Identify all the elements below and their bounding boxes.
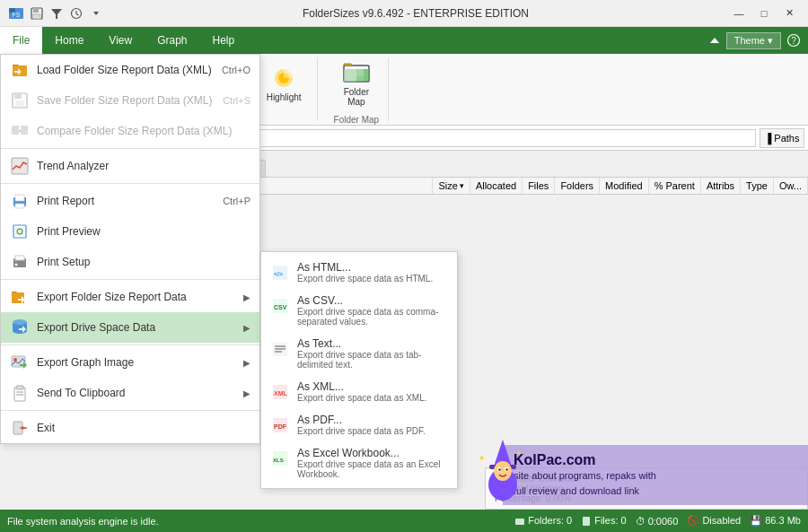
submenu-text[interactable]: As Text... Export drive space data as ta… (261, 332, 457, 375)
divider-4 (1, 344, 259, 345)
qa-save-icon[interactable] (29, 5, 45, 22)
clipboard-arrow: ▶ (243, 388, 250, 398)
print-preview-icon (10, 222, 30, 241)
menu-graph-tab[interactable]: Graph (145, 27, 199, 54)
load-icon (10, 60, 30, 80)
svg-marker-10 (93, 12, 99, 15)
exit-label: Exit (37, 422, 250, 434)
app-title: FolderSizes v9.6.492 - ENTERPRISE EDITIO… (104, 7, 727, 20)
compare-icon (10, 121, 30, 141)
svg-rect-40 (21, 126, 28, 135)
menu-print-report[interactable]: Print Report Ctrl+P (1, 186, 259, 216)
col-header-modified[interactable]: Modified (600, 178, 649, 194)
folder-status-icon (514, 516, 525, 527)
minimize-button[interactable]: — (727, 4, 751, 22)
submenu-csv[interactable]: CSV As CSV... Export drive space data as… (261, 289, 457, 332)
menu-exit[interactable]: Exit (1, 413, 259, 443)
menu-home-tab[interactable]: Home (42, 27, 96, 54)
svg-rect-23 (356, 76, 364, 82)
menu-trend[interactable]: Trend Analyzer (1, 151, 259, 181)
svg-rect-92 (515, 519, 524, 525)
app-icon: FS (7, 4, 25, 22)
svg-text:★: ★ (516, 450, 521, 456)
svg-text:FS: FS (13, 12, 21, 18)
svg-rect-5 (33, 14, 40, 19)
help-icon[interactable]: ? (786, 33, 801, 48)
highlight-label: Highlight (267, 92, 302, 102)
svg-text:XML: XML (274, 390, 288, 397)
print-shortcut: Ctrl+P (223, 196, 250, 206)
col-header-type[interactable]: Type (741, 178, 774, 194)
pdf-icon: PDF (270, 415, 290, 435)
menu-compare[interactable]: Compare Folder Size Report Data (XML) (1, 116, 259, 146)
menu-print-preview[interactable]: Print Preview (1, 216, 259, 247)
close-button[interactable]: ✕ (777, 4, 801, 22)
csv-icon: CSV (270, 296, 290, 316)
submenu-xml[interactable]: XML As XML... Export drive space data as… (261, 375, 457, 408)
col-header-allocated[interactable]: Allocated (470, 178, 523, 194)
watermark-overlay: KolPac.com site about programs, repaks w… (503, 445, 808, 505)
export-graph-icon (10, 353, 30, 372)
divider-5 (1, 410, 259, 411)
maximize-button[interactable]: □ (752, 4, 776, 22)
svg-line-9 (76, 13, 79, 15)
trend-label: Trend Analyzer (37, 160, 250, 172)
svg-rect-22 (356, 69, 364, 76)
xml-title: As XML... (297, 380, 427, 393)
html-icon: </> (270, 263, 290, 283)
col-header-size[interactable]: Size ▾ (433, 178, 470, 194)
col-header-attribs[interactable]: Attribs (701, 178, 741, 194)
qa-filter-icon[interactable] (48, 5, 65, 22)
ribbon-group-folder-map: FolderMap Folder Map (325, 57, 390, 121)
paths-button[interactable]: ▐ Paths (760, 128, 804, 148)
status-folders: Folders: 0 (514, 515, 572, 527)
menu-help-tab[interactable]: Help (200, 27, 248, 54)
theme-button[interactable]: Theme ▾ (726, 32, 781, 49)
col-header-parent[interactable]: % Parent (649, 178, 701, 194)
menu-clipboard[interactable]: Send To Clipboard ▶ (1, 378, 259, 408)
pdf-title: As PDF... (297, 414, 426, 426)
menu-view-tab[interactable]: View (96, 27, 145, 54)
pdf-desc: Export drive space data as PDF. (297, 426, 426, 436)
submenu-html[interactable]: </> As HTML... Export drive space data a… (261, 256, 457, 289)
highlight-button[interactable]: Highlight (260, 59, 308, 107)
highlight-icon (269, 64, 298, 92)
qa-dropdown-icon[interactable] (88, 5, 104, 22)
col-header-folders[interactable]: Folders (555, 178, 600, 194)
svg-point-89 (505, 468, 507, 470)
svg-rect-44 (15, 195, 24, 201)
html-desc: Export drive space data as HTML. (297, 274, 433, 283)
svg-text:★: ★ (479, 454, 485, 462)
svg-rect-21 (344, 69, 356, 82)
menu-load[interactable]: Load Folder Size Report Data (XML) Ctrl+… (1, 55, 259, 85)
file-status-icon (581, 516, 592, 527)
menubar-right: Theme ▾ ? (708, 27, 808, 54)
status-disabled: 🚫 Disabled (687, 515, 741, 527)
html-title: As HTML... (297, 261, 433, 274)
export-folder-label: Export Folder Size Report Data (37, 291, 236, 303)
submenu-excel[interactable]: XLS As Excel Workbook... Export drive sp… (261, 441, 457, 484)
menu-export-graph[interactable]: Export Graph Image ▶ (1, 347, 259, 378)
folder-map-button[interactable]: FolderMap (336, 54, 377, 111)
svg-marker-6 (51, 9, 62, 19)
ribbon-folder-map-label: Folder Map (334, 115, 380, 125)
collapse-ribbon-icon[interactable] (708, 34, 721, 47)
status-time: ⏱ 0:0060 (636, 516, 679, 527)
menu-print-setup[interactable]: Print Setup (1, 247, 259, 277)
col-header-files[interactable]: Files (523, 178, 555, 194)
pdf-content: As PDF... Export drive space data as PDF… (297, 414, 426, 436)
csv-desc: Export drive space data as comma-separat… (297, 307, 448, 327)
menu-export-drive[interactable]: Export Drive Space Data ▶ (1, 312, 259, 343)
menu-file-tab[interactable]: File (0, 27, 42, 54)
menu-export-folder[interactable]: Export Folder Size Report Data ▶ (1, 282, 259, 312)
svg-rect-38 (15, 100, 24, 107)
svg-rect-50 (15, 256, 24, 260)
divider-1 (1, 148, 259, 149)
text-content: As Text... Export drive space data as ta… (297, 337, 448, 370)
col-header-owner[interactable]: Ow... (774, 178, 808, 194)
menu-save[interactable]: Save Folder Size Report Data (XML) Ctrl+… (1, 85, 259, 116)
qa-clock-icon[interactable] (68, 5, 84, 22)
divider-2 (1, 183, 259, 184)
xml-icon: XML (270, 382, 290, 402)
submenu-pdf[interactable]: PDF As PDF... Export drive space data as… (261, 408, 457, 441)
